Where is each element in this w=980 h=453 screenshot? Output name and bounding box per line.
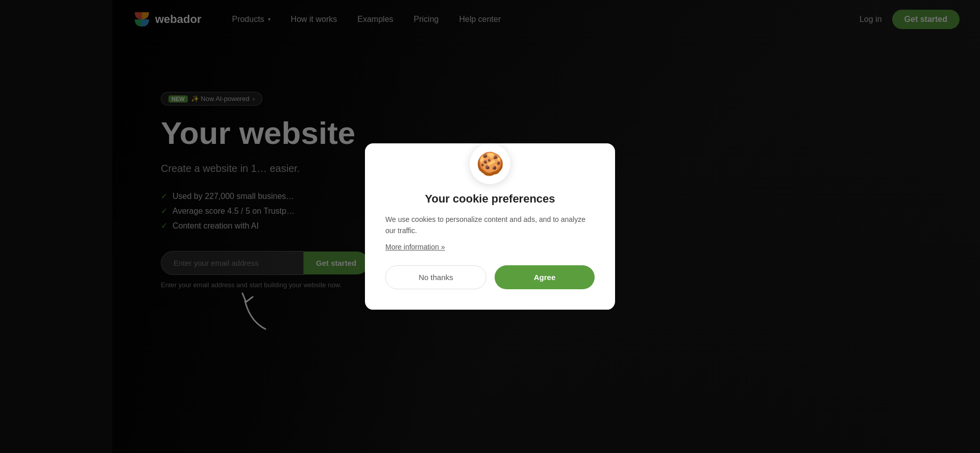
more-info-link[interactable]: More information » (385, 243, 595, 251)
cookie-modal: 🍪 Your cookie preferences We use cookies… (365, 143, 615, 310)
modal-buttons: No thanks Agree (385, 265, 595, 289)
cookie-emoji: 🍪 (470, 143, 510, 184)
no-thanks-button[interactable]: No thanks (385, 265, 486, 289)
modal-description: We use cookies to personalize content an… (385, 214, 595, 237)
agree-button[interactable]: Agree (495, 265, 595, 289)
modal-title: Your cookie preferences (425, 192, 555, 206)
